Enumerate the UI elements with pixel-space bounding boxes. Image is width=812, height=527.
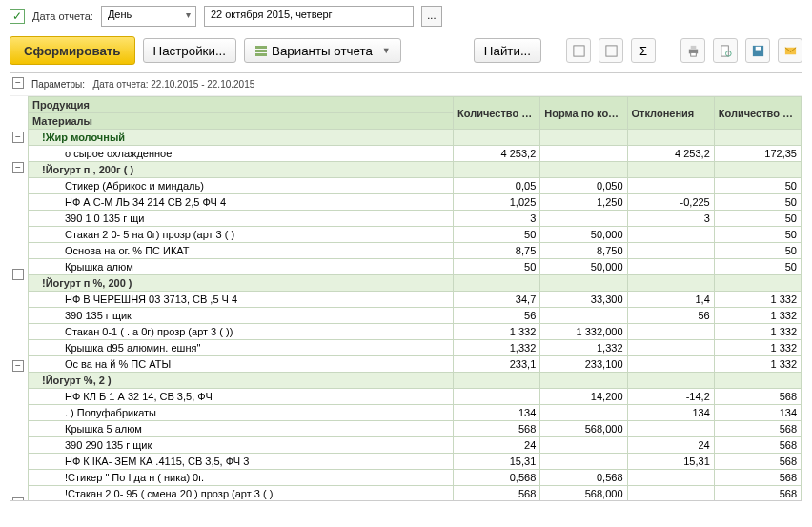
data-row[interactable]: Крышка алюм <box>29 259 454 275</box>
period-select[interactable]: День <box>101 6 196 27</box>
tree-toggle[interactable]: − <box>12 269 24 280</box>
report-area: − Параметры: Дата отчета: 22.10.2015 - 2… <box>10 72 802 501</box>
col-qty-mat: Количество материалов <box>454 97 540 130</box>
tree-toggle[interactable]: − <box>12 132 24 143</box>
save-icon[interactable] <box>745 38 770 63</box>
date-label: Дата отчета: <box>32 10 93 22</box>
col-norm: Норма по количество <box>540 97 627 130</box>
print-icon[interactable] <box>680 38 705 63</box>
data-row[interactable]: НФ В ЧЕРЕШНЯ 03 3713, СВ ,5 Ч 4 <box>29 292 454 308</box>
svg-rect-11 <box>755 46 761 50</box>
tree-toggle[interactable]: − <box>12 497 24 501</box>
collapse-icon[interactable] <box>599 38 623 63</box>
subgroup-row[interactable]: !Йогурт %, 2 ) <box>29 373 454 389</box>
variants-button[interactable]: Варианты отчета ▼ <box>244 38 401 63</box>
svg-rect-6 <box>690 45 696 49</box>
generate-button[interactable]: Сформировать <box>10 36 135 65</box>
dropdown-icon: ▼ <box>382 46 391 55</box>
data-row[interactable]: НФ КЛ Б 1 А 32 14, СВ 3,5, ФЧ <box>29 389 454 405</box>
tree-toggle[interactable]: − <box>12 360 24 372</box>
variants-icon <box>254 44 268 57</box>
date-picker-button[interactable]: ... <box>421 6 442 27</box>
svg-rect-7 <box>690 52 696 56</box>
data-row[interactable]: НФ А С-М ЛЬ 34 214 СВ 2,5 ФЧ 4 <box>29 194 454 211</box>
group-row[interactable]: !Жир молочный <box>29 130 454 146</box>
svg-rect-2 <box>255 53 267 56</box>
tree-toggle[interactable]: − <box>12 162 24 173</box>
col-materials: Материалы <box>29 113 454 130</box>
col-dev: Отклонения <box>627 97 714 130</box>
data-row[interactable]: Стакан 2 0- 5 на 0г) прозр (арт 3 ( ) <box>29 227 454 243</box>
data-row[interactable]: Крышка d95 алюмин. ешня" <box>29 340 454 356</box>
data-row[interactable]: 390 135 г щик <box>29 308 454 324</box>
data-row[interactable]: !Стикер " По І да н ( ника) 0г. <box>29 470 454 486</box>
data-row[interactable]: Ос ва на й % ПС АТЫ <box>29 356 454 373</box>
toggle-root[interactable]: − <box>12 77 24 89</box>
sum-icon[interactable]: Σ <box>631 38 656 63</box>
data-row[interactable]: Основа на ог. % ПС ИКАТ <box>29 243 454 259</box>
enable-checkbox[interactable]: ✓ <box>10 9 25 24</box>
data-row[interactable]: !Стакан 2 0- 95 ( смена 20 ) прозр (арт … <box>29 486 454 502</box>
data-row[interactable]: Стикер (Абрикос и миндаль) <box>29 178 454 194</box>
data-row[interactable]: Крышка 5 алюм <box>29 421 454 437</box>
data-row[interactable]: . ) Полуфабрикаты <box>29 405 454 421</box>
report-table: Продукция Количество материалов Норма по… <box>28 96 802 501</box>
subgroup-row[interactable]: !Йогурт п %, 200 ) <box>29 275 454 292</box>
col-qty-prod: Количество продукция <box>714 97 801 130</box>
find-button[interactable]: Найти... <box>474 38 541 63</box>
svg-rect-0 <box>255 46 267 49</box>
preview-icon[interactable] <box>713 38 738 63</box>
subgroup-row[interactable]: !Йогурт п , 200г ( ) <box>29 162 454 178</box>
expand-icon[interactable] <box>566 38 591 63</box>
data-row[interactable]: НФ К ІКА- ЗЕМ КА .4115, СВ 3,5, ФЧ 3 <box>29 454 454 470</box>
settings-button[interactable]: Настройки... <box>143 38 236 63</box>
data-row[interactable]: Стакан 0-1 ( . а 0г) прозр (арт 3 ( )) <box>29 324 454 340</box>
svg-rect-1 <box>255 50 267 52</box>
date-field[interactable]: 22 октября 2015, четверг <box>204 6 414 27</box>
data-row[interactable]: 390 1 0 135 г щи <box>29 211 454 227</box>
data-row[interactable]: 390 290 135 г щик <box>29 437 454 454</box>
email-icon[interactable] <box>778 38 802 63</box>
data-row[interactable]: о сырое охлажденное <box>29 146 454 162</box>
params-row: Параметры: Дата отчета: 22.10.2015 - 22.… <box>10 73 802 96</box>
col-product: Продукция <box>29 97 454 113</box>
